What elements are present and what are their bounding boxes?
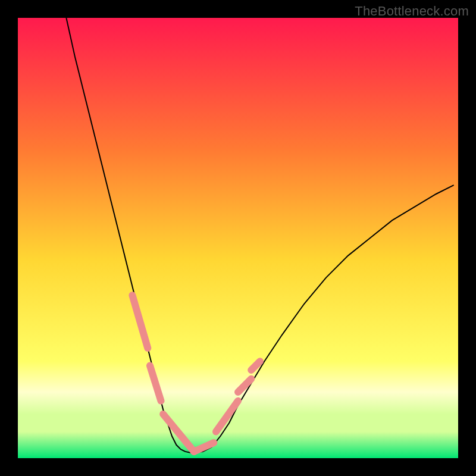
chart-frame [18, 18, 458, 458]
bottleneck-chart [18, 18, 458, 458]
watermark-text: TheBottleneck.com [355, 4, 469, 19]
